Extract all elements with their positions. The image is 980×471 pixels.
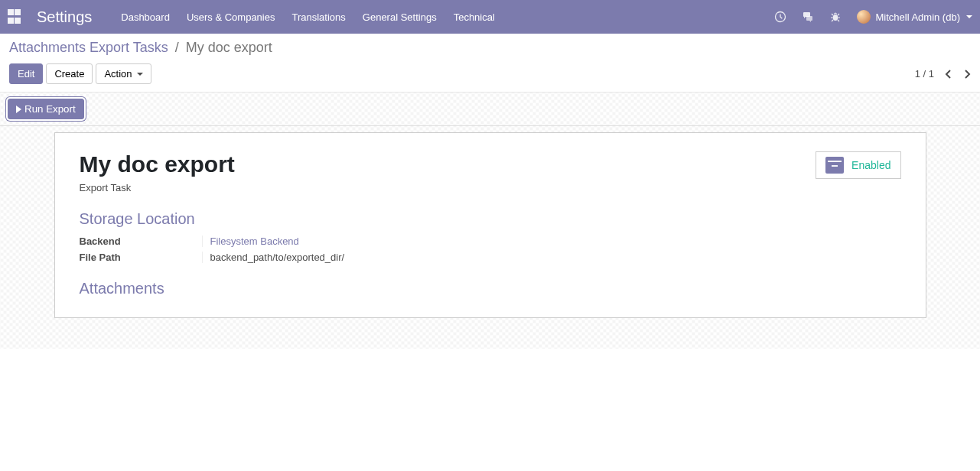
status-badge[interactable]: Enabled: [816, 151, 900, 179]
sheet-title-block: My doc export Export Task: [80, 151, 235, 193]
pager-text: 1 / 1: [915, 68, 934, 80]
section-attachments: Attachments: [80, 280, 901, 297]
caret-down-icon: [966, 15, 972, 18]
backend-value-link[interactable]: Filesystem Backend: [210, 236, 299, 247]
field-backend: Backend Filesystem Backend: [80, 236, 901, 247]
control-row: Edit Create Action 1 / 1: [9, 63, 971, 84]
filepath-value: backend_path/to/exported_dir/: [202, 252, 345, 263]
section-storage-location: Storage Location: [80, 210, 901, 228]
activities-icon[interactable]: [774, 11, 786, 23]
action-label: Action: [104, 68, 132, 80]
apps-icon[interactable]: [8, 9, 23, 24]
statusbar: Run Export: [0, 93, 980, 126]
user-name: Mitchell Admin (db): [875, 11, 960, 23]
run-export-label: Run Export: [24, 103, 76, 115]
navbar: Settings Dashboard Users & Companies Tra…: [0, 0, 980, 34]
discuss-icon[interactable]: [802, 11, 814, 23]
form-sheet: My doc export Export Task Enabled Storag…: [54, 132, 926, 318]
play-icon: [16, 106, 21, 113]
pager-next[interactable]: [963, 69, 971, 80]
archive-icon: [825, 157, 844, 174]
form-background: My doc export Export Task Enabled Storag…: [0, 126, 980, 349]
action-button[interactable]: Action: [96, 63, 151, 84]
filepath-label: File Path: [80, 252, 202, 263]
edit-button[interactable]: Edit: [9, 63, 43, 84]
sheet-header: My doc export Export Task Enabled: [80, 151, 901, 193]
nav-right: Mitchell Admin (db): [774, 10, 972, 24]
avatar: [857, 10, 871, 24]
nav-translations[interactable]: Translations: [291, 11, 345, 23]
pager: 1 / 1: [915, 68, 971, 80]
svg-point-1: [833, 15, 838, 21]
caret-down-icon: [137, 73, 143, 76]
nav-general-settings[interactable]: General Settings: [363, 11, 437, 23]
breadcrumb: Attachments Export Tasks / My doc export: [9, 40, 971, 56]
breadcrumb-current: My doc export: [186, 40, 272, 55]
app-brand: Settings: [37, 8, 92, 26]
breadcrumb-sep: /: [175, 40, 179, 55]
create-button[interactable]: Create: [46, 63, 93, 84]
control-bar: Attachments Export Tasks / My doc export…: [0, 34, 980, 92]
breadcrumb-root[interactable]: Attachments Export Tasks: [9, 40, 168, 55]
pager-prev[interactable]: [945, 69, 952, 80]
nav-dashboard[interactable]: Dashboard: [121, 11, 170, 23]
backend-label: Backend: [80, 236, 202, 247]
debug-icon[interactable]: [829, 11, 842, 23]
record-subtitle: Export Task: [80, 182, 235, 193]
nav-users-companies[interactable]: Users & Companies: [187, 11, 275, 23]
field-filepath: File Path backend_path/to/exported_dir/: [80, 252, 901, 263]
run-export-button[interactable]: Run Export: [8, 99, 84, 119]
record-title: My doc export: [80, 151, 235, 177]
status-label: Enabled: [851, 159, 890, 171]
nav-menu: Dashboard Users & Companies Translations…: [121, 11, 495, 23]
user-menu[interactable]: Mitchell Admin (db): [857, 10, 972, 24]
nav-technical[interactable]: Technical: [454, 11, 495, 23]
